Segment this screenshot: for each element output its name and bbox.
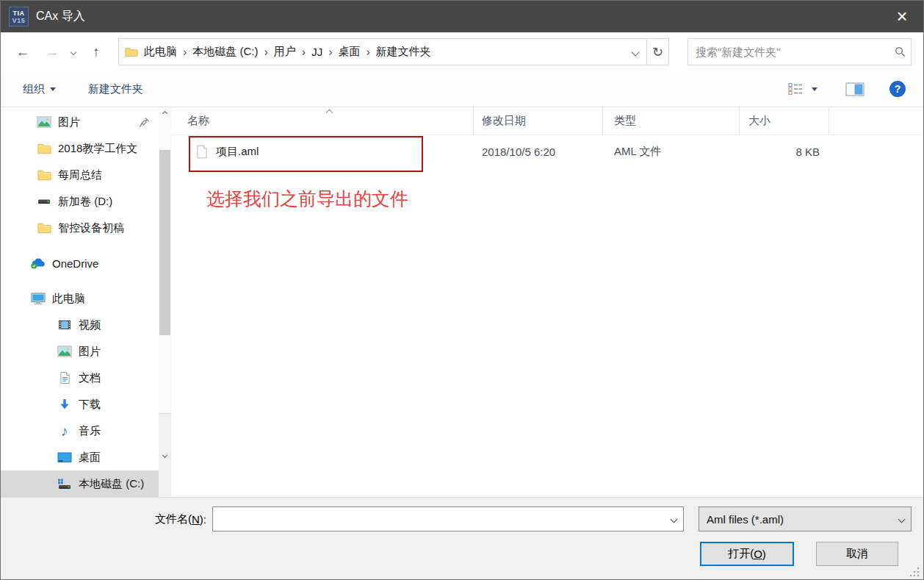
column-header-modified[interactable]: 修改日期 [474, 107, 603, 135]
sidebar-item-folder-weekly[interactable]: 每周总结 [1, 162, 159, 188]
breadcrumb-item[interactable]: 本地磁盘 (C:) [187, 45, 264, 59]
sidebar: 图片2018教学工作文每周总结新加卷 (D:)智控设备初稿OneDrive此电脑… [1, 107, 159, 497]
sidebar-item-label: 智控设备初稿 [58, 221, 124, 235]
sidebar-item-label: 图片 [58, 115, 80, 129]
folder-icon [36, 221, 52, 235]
breadcrumb-item[interactable]: JJ [306, 46, 328, 58]
pictures-icon [36, 115, 52, 129]
scrollbar-thumb[interactable] [159, 150, 170, 335]
address-bar[interactable]: 此电脑›本地磁盘 (C:)›用户›JJ›桌面›新建文件夹 ↻ [118, 38, 669, 65]
sidebar-item-label: 文档 [79, 371, 101, 385]
sidebar-item-this-pc[interactable]: 此电脑 [1, 285, 159, 312]
file-type: AML 文件 [603, 145, 740, 159]
sidebar-item-onedrive[interactable]: OneDrive [1, 250, 159, 276]
filetype-dropdown-icon [892, 517, 911, 522]
sidebar-item-label: 图片 [79, 345, 101, 359]
search-icon[interactable] [889, 46, 911, 57]
file-list: 名称 修改日期 类型 大小 项目.aml 2018/10/5 6:20 AML … [171, 107, 923, 497]
sidebar-item-label: 下载 [79, 398, 101, 412]
sidebar-item-music[interactable]: ♪音乐 [1, 418, 159, 444]
filename-label-pre: 文件名( [155, 512, 192, 526]
sidebar-item-label: 视频 [79, 318, 101, 332]
open-button[interactable]: 打开(O) [700, 542, 794, 566]
file-icon [196, 145, 207, 159]
scroll-up-icon[interactable] [159, 107, 171, 119]
filename-label-post: ): [200, 513, 206, 526]
sidebar-item-folder-2018[interactable]: 2018教学工作文 [1, 135, 159, 162]
footer-panel: 文件名(N): Aml files (*.aml) 打开(O) 取消 [1, 497, 923, 580]
preview-pane-icon [845, 82, 865, 96]
views-dropdown-icon [812, 87, 817, 91]
sidebar-item-label: OneDrive [52, 257, 98, 270]
history-dropdown-icon[interactable] [67, 50, 80, 54]
sidebar-item-quick-pictures[interactable]: 图片 [1, 109, 159, 135]
app-icon-line2: V15 [12, 17, 26, 24]
column-header-row: 名称 修改日期 类型 大小 [171, 107, 923, 135]
column-header-name[interactable]: 名称 [171, 107, 474, 135]
sidebar-item-drive-d[interactable]: 新加卷 (D:) [1, 188, 159, 215]
sidebar-item-videos[interactable]: 视频 [1, 312, 159, 338]
sidebar-item-downloads[interactable]: 下载 [1, 391, 159, 418]
pin-icon [139, 117, 150, 128]
desktop-icon [57, 450, 73, 465]
filetype-dropdown[interactable]: Aml files (*.aml) [699, 506, 912, 531]
sidebar-item-label: 新加卷 (D:) [58, 195, 112, 209]
file-open-dialog: TIA V15 CAx 导入 × ← → ↑ 此电脑›本地磁盘 (C:)›用户›… [0, 0, 924, 580]
sidebar-item-label: 音乐 [79, 424, 101, 438]
sidebar-item-pictures[interactable]: 图片 [1, 338, 159, 365]
address-bar-row: ← → ↑ 此电脑›本地磁盘 (C:)›用户›JJ›桌面›新建文件夹 ↻ [1, 32, 923, 71]
filename-input[interactable] [213, 507, 664, 531]
file-modified: 2018/10/5 6:20 [474, 146, 603, 158]
breadcrumb-item[interactable]: 用户 [268, 45, 302, 59]
new-folder-button[interactable]: 新建文件夹 [88, 82, 143, 96]
filename-combobox [212, 506, 684, 531]
details-view-icon [788, 82, 803, 96]
tia-portal-app-icon: TIA V15 [9, 7, 29, 26]
drive-icon [36, 194, 52, 209]
breadcrumb-item[interactable]: 新建文件夹 [370, 45, 437, 59]
downloads-icon [57, 397, 73, 412]
address-dropdown-icon[interactable] [624, 49, 646, 55]
back-button[interactable]: ← [11, 44, 35, 60]
file-name: 项目.aml [216, 145, 259, 159]
sidebar-item-label: 桌面 [79, 451, 101, 465]
sidebar-item-desktop[interactable]: 桌面 [1, 444, 159, 470]
search-box [687, 38, 912, 65]
sidebar-item-disk-c[interactable]: 本地磁盘 (C:) [1, 470, 159, 497]
file-name-cell[interactable]: 项目.aml [171, 145, 474, 159]
sidebar-item-documents[interactable]: 文档 [1, 365, 159, 391]
breadcrumb: 此电脑›本地磁盘 (C:)›用户›JJ›桌面›新建文件夹 [138, 45, 437, 59]
help-button[interactable]: ? [889, 81, 906, 97]
refresh-button[interactable]: ↻ [646, 39, 668, 65]
breadcrumb-item[interactable]: 桌面 [332, 45, 366, 59]
title-bar: TIA V15 CAx 导入 × [1, 1, 923, 32]
sidebar-item-label: 此电脑 [52, 292, 85, 306]
change-view-button[interactable] [788, 82, 817, 96]
scroll-down-icon[interactable] [159, 413, 171, 497]
file-size: 8 KB [740, 146, 829, 158]
column-header-type[interactable]: 类型 [603, 107, 740, 135]
filename-dropdown-icon[interactable] [664, 517, 683, 522]
organize-button[interactable]: 组织 [23, 82, 56, 96]
videos-icon [57, 318, 73, 332]
cancel-button[interactable]: 取消 [816, 542, 898, 566]
resize-grip[interactable] [917, 575, 919, 576]
sidebar-scrollbar[interactable] [159, 107, 171, 497]
sidebar-item-folder-draft[interactable]: 智控设备初稿 [1, 215, 159, 241]
filename-label: 文件名(N): [111, 506, 206, 531]
forward-button[interactable]: → [40, 44, 64, 60]
file-row[interactable]: 项目.aml 2018/10/5 6:20 AML 文件 8 KB [171, 135, 923, 168]
preview-pane-button[interactable] [845, 82, 865, 96]
computer-icon [30, 291, 46, 306]
column-header-size[interactable]: 大小 [740, 107, 829, 135]
main-area: 图片2018教学工作文每周总结新加卷 (D:)智控设备初稿OneDrive此电脑… [1, 107, 923, 497]
search-input[interactable] [688, 45, 889, 59]
pictures-icon [57, 344, 73, 359]
filetype-value: Aml files (*.aml) [699, 513, 892, 526]
close-button[interactable]: × [881, 1, 923, 32]
column-header-filler [829, 107, 923, 135]
breadcrumb-item[interactable]: 此电脑 [138, 45, 183, 59]
up-button[interactable]: ↑ [84, 44, 108, 60]
folder-icon [36, 141, 52, 156]
annotation-text: 选择我们之前导出的文件 [206, 187, 408, 211]
